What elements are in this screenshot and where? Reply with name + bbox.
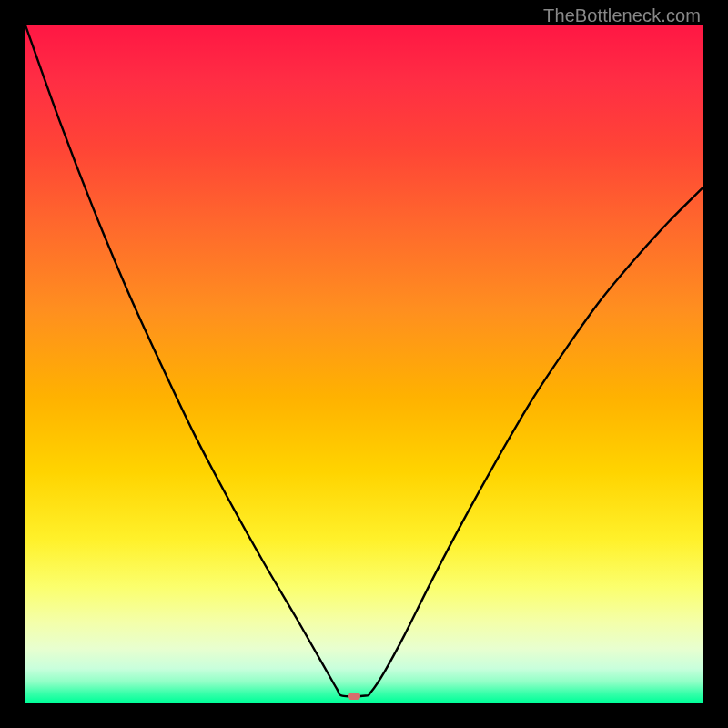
curve-svg: [25, 25, 703, 703]
plot-area: [25, 25, 703, 703]
watermark-text: TheBottleneck.com: [543, 5, 701, 26]
minimum-marker: [348, 693, 360, 700]
bottleneck-curve: [25, 25, 703, 696]
